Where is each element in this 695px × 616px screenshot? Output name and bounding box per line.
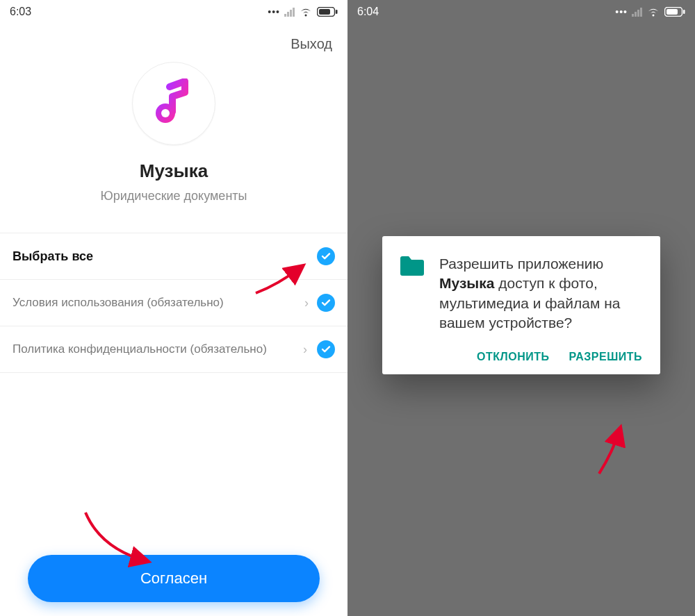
dialog-app-name: Музыка xyxy=(439,275,494,291)
more-dots-icon: ••• xyxy=(615,6,628,17)
permission-dialog: Разрешить приложению Музыка доступ к фот… xyxy=(382,236,660,374)
status-icons: ••• xyxy=(615,6,685,17)
status-bar: 6:03 ••• xyxy=(0,0,348,24)
battery-icon xyxy=(317,7,338,17)
svg-point-4 xyxy=(161,109,170,117)
signal-icon xyxy=(632,8,642,17)
annotation-arrow-icon xyxy=(584,424,639,479)
checkbox-checked-icon[interactable] xyxy=(317,340,335,358)
app-title: Музыка xyxy=(0,160,348,182)
battery-icon xyxy=(664,7,685,17)
chevron-right-icon: › xyxy=(304,296,309,310)
row-label: Выбрать все xyxy=(13,249,317,264)
consent-list: Выбрать все Условия использования (обяза… xyxy=(0,233,348,373)
chevron-right-icon: › xyxy=(303,342,307,357)
row-label: Политика конфиденциальности (обязательно… xyxy=(13,342,317,356)
svg-rect-1 xyxy=(319,9,330,15)
row-label: Условия использования (обязательно) xyxy=(13,296,304,310)
deny-button[interactable]: ОТКЛОНИТЬ xyxy=(477,351,549,363)
exit-link[interactable]: Выход xyxy=(291,36,332,52)
more-dots-icon: ••• xyxy=(268,6,280,17)
row-select-all[interactable]: Выбрать все xyxy=(0,233,348,280)
status-icons: ••• xyxy=(268,6,338,17)
signal-icon xyxy=(284,8,295,17)
status-time: 6:03 xyxy=(10,6,31,18)
phone-right: 6:04 ••• Разрешить приложению Музыка дос… xyxy=(348,0,695,616)
status-time: 6:04 xyxy=(357,6,379,18)
svg-rect-7 xyxy=(683,10,685,14)
dialog-message: Разрешить приложению Музыка доступ к фот… xyxy=(439,254,645,333)
row-terms[interactable]: Условия использования (обязательно) › xyxy=(0,280,348,326)
checkbox-checked-icon[interactable] xyxy=(317,294,335,312)
status-bar: 6:04 ••• xyxy=(348,0,695,24)
wifi-icon xyxy=(299,7,313,17)
svg-rect-6 xyxy=(667,9,678,15)
agree-button[interactable]: Согласен xyxy=(28,555,320,602)
svg-rect-2 xyxy=(336,10,338,14)
allow-button[interactable]: РАЗРЕШИТЬ xyxy=(569,351,642,363)
folder-icon xyxy=(398,254,427,283)
app-subtitle: Юридические документы xyxy=(0,189,348,203)
dialog-text-prefix: Разрешить приложению xyxy=(439,256,603,272)
app-icon xyxy=(132,62,215,145)
phone-left: 6:03 ••• Выход xyxy=(0,0,348,616)
wifi-icon xyxy=(646,7,660,17)
checkbox-checked-icon[interactable] xyxy=(317,247,335,265)
row-privacy[interactable]: Политика конфиденциальности (обязательно… xyxy=(0,326,348,373)
